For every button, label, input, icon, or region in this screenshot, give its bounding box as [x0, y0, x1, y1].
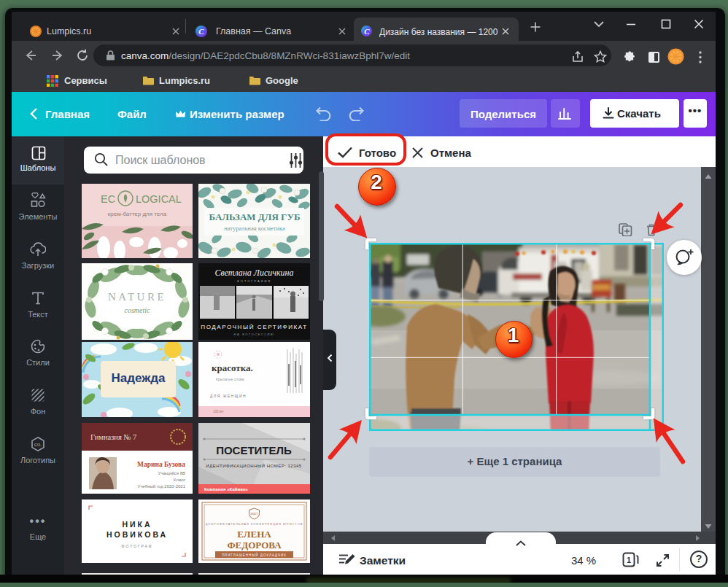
svg-text:1: 1 [627, 556, 631, 564]
svg-text:ВШЭ: ВШЭ [250, 512, 258, 516]
svg-text:EC: EC [101, 193, 115, 205]
svg-text:Класс: Класс [174, 478, 185, 482]
svg-text:LOGICAL: LOGICAL [136, 193, 182, 205]
svg-text:крем-баттер для тела: крем-баттер для тела [108, 211, 167, 217]
svg-text:ИДЕНТИФИКАЦИОННЫЙ НОМЕР: 12345: ИДЕНТИФИКАЦИОННЫЙ НОМЕР: 12345 [206, 463, 301, 468]
svg-text:ДОБРОЖЕЛАТЕЛЬНАЯ КОНФЕРЕНЦИЯ Ю: ДОБРОЖЕЛАТЕЛЬНАЯ КОНФЕРЕНЦИЯ ЮРИСТОВ [206, 522, 303, 526]
svg-text:Компания «Кайман»: Компания «Кайман» [204, 487, 249, 491]
svg-text:БАЛЬЗАМ ДЛЯ ГУБ: БАЛЬЗАМ ДЛЯ ГУБ [209, 211, 300, 222]
svg-text:Учащийся 8В: Учащийся 8В [158, 471, 185, 475]
svg-text:Крылатые слова: Крылатые слова [216, 377, 244, 381]
svg-text:Марина Бузова: Марина Бузова [137, 461, 185, 468]
svg-text:ДЛЯ ЖЕНЩИН: ДЛЯ ЖЕНЩИН [210, 394, 247, 398]
svg-text:100 мл: 100 мл [213, 410, 224, 413]
svg-text:ФОТОГРАФ: ФОТОГРАФ [121, 544, 152, 548]
svg-text:ПОСЕТИТЕЛЬ: ПОСЕТИТЕЛЬ [216, 444, 292, 456]
svg-text:Учебный год 2020-2021: Учебный год 2020-2021 [138, 484, 186, 489]
svg-text:co.: co. [34, 441, 42, 448]
svg-text:натуральная косметика: натуральная косметика [224, 225, 285, 232]
svg-text:Гимназия № 7: Гимназия № 7 [90, 433, 136, 441]
svg-text:C: C [364, 27, 370, 36]
svg-text:cosmetic: cosmetic [125, 306, 151, 314]
svg-text:красотка.: красотка. [212, 362, 253, 373]
svg-text:C: C [198, 27, 204, 36]
svg-text:ФЕДОРОВА: ФЕДОРОВА [227, 540, 282, 551]
svg-text:ПРИГЛАШЕННЫЙ ДОКЛАДЧИК: ПРИГЛАШЕННЫЙ ДОКЛАДЧИК [222, 552, 287, 557]
svg-text:ЕЛЕНА: ЕЛЕНА [237, 529, 271, 540]
svg-text:NATURE: NATURE [108, 291, 166, 303]
svg-text:НИКА: НИКА [122, 520, 152, 529]
svg-text:НОВИКОВА: НОВИКОВА [107, 530, 168, 539]
